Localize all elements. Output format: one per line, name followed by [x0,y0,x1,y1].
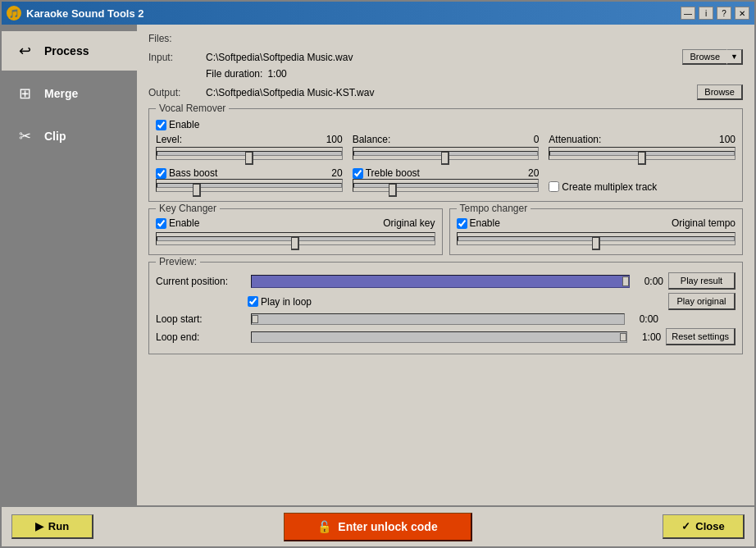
play-original-button[interactable]: Play original [668,293,736,310]
footer: ▶ Run 🔓 Enter unlock code ✓ Close [2,505,754,546]
vocal-remover-group: Vocal Remover Enable Level: 100 [148,108,743,202]
help-button[interactable]: ? [717,7,731,20]
tempo-enable-checkbox[interactable] [457,218,467,229]
loop-start-track[interactable] [251,313,625,325]
vocal-remover-title: Vocal Remover [156,103,229,114]
multiplex-checkbox[interactable] [549,181,559,192]
tempo-changer-group: Tempo changer Enable Original tempo [449,208,744,255]
key-changer-title: Key Changer [156,203,220,214]
output-value: C:\Softpedia\Softpedia Music-KST.wav [206,87,697,98]
app-icon: 🎵 [7,6,21,21]
main-content: ↩ Process ⊞ Merge ✂ Clip Files: Input: C… [2,25,754,505]
key-changer-group: Key Changer Enable Original key [148,208,443,255]
bass-treble-grid: Bass boost 20 Treble boost 20 [156,167,736,194]
loop-end-track[interactable] [251,331,627,343]
attenuation-slider[interactable] [549,147,736,160]
lock-icon: 🔓 [317,520,331,533]
original-key-label: Original key [383,217,435,229]
reset-settings-button[interactable]: Reset settings [666,328,736,345]
loop-end-thumb [620,333,626,341]
info-button[interactable]: i [699,7,713,20]
balance-col: Balance: 0 [353,134,540,162]
tempo-slider[interactable] [457,232,736,245]
attenuation-label: Attenuation: [549,134,601,145]
key-enable-label: Enable [169,217,199,229]
position-slider-thumb [622,276,629,286]
current-position-row: Current position: 0:00 Play result [156,272,736,290]
multiplex-label-wrap[interactable]: Create multiplex track [549,181,657,193]
input-value: C:\Softpedia\Softpedia Music.wav [206,52,682,63]
content-area: Files: Input: C:\Softpedia\Softpedia Mus… [137,25,754,505]
close-button[interactable]: ✓ Close [663,514,745,539]
unlock-button[interactable]: 🔓 Enter unlock code [284,513,471,541]
browse-input-button[interactable]: Browse [682,49,726,65]
sidebar-item-clip-label: Clip [44,130,66,143]
attenuation-value: 100 [719,134,736,145]
title-bar-controls: — i ? ✕ [681,7,749,20]
bass-boost-label-wrap[interactable]: Bass boost [156,167,217,179]
bass-boost-label: Bass boost [169,167,217,179]
loop-start-row: Loop start: 0:00 [156,313,736,325]
balance-value: 0 [534,134,540,145]
key-slider[interactable] [156,232,435,245]
loop-start-time: 0:00 [630,313,658,325]
play-result-button[interactable]: Play result [668,272,736,290]
tempo-enable-wrap[interactable]: Enable [457,217,500,229]
checkmark-icon: ✓ [681,520,690,532]
treble-boost-slider[interactable] [353,179,540,192]
level-slider[interactable] [156,147,343,160]
loop-end-label: Loop end: [156,331,246,343]
duration-value: 1:00 [267,68,286,80]
level-value: 100 [326,134,343,145]
duration-label: File duration: [206,68,262,80]
sidebar: ↩ Process ⊞ Merge ✂ Clip [2,25,137,505]
main-window: 🎵 Karaoke Sound Tools 2 — i ? ✕ ↩ Proces… [0,0,756,548]
preview-group: Preview: Current position: 0:00 Play res… [148,262,743,354]
play-in-loop-checkbox[interactable] [248,296,258,307]
position-slider-track[interactable] [251,275,630,288]
play-in-loop-label: Play in loop [261,296,312,308]
multiplex-label: Create multiplex track [562,181,657,193]
treble-boost-label-wrap[interactable]: Treble boost [353,167,420,179]
minimize-button[interactable]: — [681,7,695,20]
unlock-label: Enter unlock code [338,520,437,533]
close-window-button[interactable]: ✕ [735,7,749,20]
original-tempo-label: Original tempo [672,217,736,229]
key-tempo-grid: Key Changer Enable Original key Tempo ch… [148,208,743,255]
loop-start-thumb [252,315,258,323]
files-section: Files: Input: C:\Softpedia\Softpedia Mus… [148,33,743,100]
key-enable-wrap[interactable]: Enable [156,217,199,229]
bass-boost-checkbox[interactable] [156,168,166,179]
bass-boost-slider[interactable] [156,179,343,192]
browse-output-button[interactable]: Browse [697,84,743,100]
output-label: Output: [148,87,206,98]
vocal-enable-checkbox[interactable] [156,120,166,130]
sidebar-item-clip[interactable]: ✂ Clip [2,116,137,156]
vocal-enable-row: Enable [156,119,736,130]
key-enable-checkbox[interactable] [156,218,166,229]
browse-input-arrow[interactable]: ▼ [726,49,743,65]
tempo-enable-label: Enable [470,217,500,229]
play-in-loop-wrap[interactable]: Play in loop [248,296,312,308]
vocal-enable-checkbox-label[interactable]: Enable [156,119,736,130]
current-position-label: Current position: [156,276,246,287]
balance-slider[interactable] [353,147,540,160]
process-icon: ↩ [11,38,38,64]
run-icon: ▶ [35,520,43,532]
treble-boost-checkbox[interactable] [353,168,363,179]
clip-icon: ✂ [11,123,38,149]
sidebar-item-process[interactable]: ↩ Process [2,31,137,71]
input-row: Input: C:\Softpedia\Softpedia Music.wav … [148,49,743,65]
sidebar-item-merge-label: Merge [44,87,78,100]
close-label: Close [695,520,724,532]
merge-icon: ⊞ [11,80,38,107]
level-col: Level: 100 [156,134,343,162]
tempo-changer-title: Tempo changer [457,203,531,214]
sidebar-item-merge[interactable]: ⊞ Merge [2,74,137,113]
loop-end-row: Loop end: 1:00 Reset settings [156,328,736,345]
title-bar-left: 🎵 Karaoke Sound Tools 2 [7,6,144,21]
run-button[interactable]: ▶ Run [11,514,93,539]
output-row: Output: C:\Softpedia\Softpedia Music-KST… [148,84,743,100]
loop-start-label: Loop start: [156,313,246,325]
bass-col: Bass boost 20 [156,167,343,194]
